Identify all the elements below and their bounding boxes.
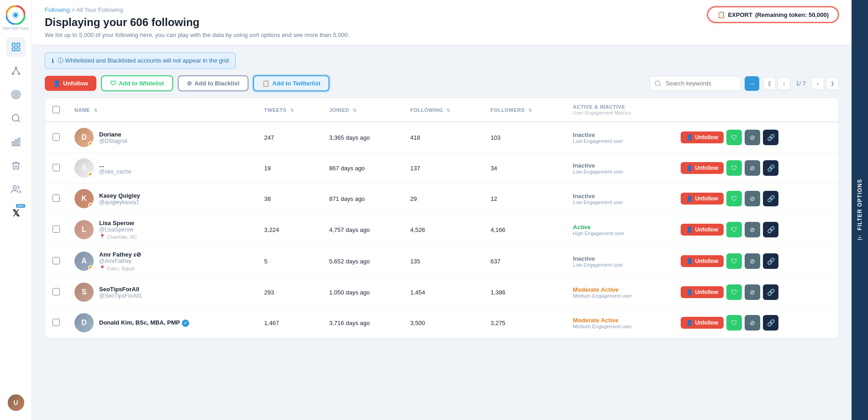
engagement-label: Low Engagement user [573, 200, 666, 205]
engagement-status: Inactive [573, 162, 666, 169]
row-whitelist-button[interactable]: 🛡 [726, 130, 742, 145]
search-icon [654, 80, 662, 87]
row-blacklist-button[interactable]: ⊘ [745, 222, 760, 237]
row-profile-link-button[interactable]: 🔗 [763, 191, 778, 206]
row-profile-link-button[interactable]: 🔗 [763, 315, 778, 331]
unfollow-button[interactable]: 👤 Unfollow [45, 76, 96, 91]
page-info: 1/ 7 [792, 80, 810, 87]
select-all-checkbox[interactable] [53, 106, 60, 113]
row-profile-link-button[interactable]: 🔗 [763, 284, 778, 300]
page-last-button[interactable]: ⟫ [826, 77, 839, 90]
engagement-label: Low Engagement user [573, 169, 666, 174]
row-whitelist-button[interactable]: 🛡 [726, 191, 742, 206]
row-whitelist-button[interactable]: 🛡 [726, 160, 742, 176]
joined-days: 5,652 days ago [329, 258, 370, 265]
table-row: D Donald Kim, BSc, MBA, PMP✓ 1,467 3,716… [45, 308, 838, 338]
user-info: Donald Kim, BSc, MBA, PMP✓ [99, 319, 189, 327]
twitterlist-label: Add to Twitterlist [272, 80, 320, 87]
sidebar-item-trash[interactable] [6, 156, 26, 176]
sidebar-item-dashboard[interactable] [6, 37, 26, 57]
row-checkbox[interactable] [53, 226, 60, 233]
row-checkbox[interactable] [53, 257, 60, 264]
row-whitelist-button[interactable]: 🛡 [726, 315, 742, 331]
th-tweets[interactable]: TWEETS ⇅ [257, 98, 322, 122]
row-whitelist-button[interactable]: 🛡 [726, 222, 742, 237]
row-profile-link-button[interactable]: 🔗 [763, 130, 778, 145]
row-profile-link-button[interactable]: 🔗 [763, 222, 778, 237]
search-input[interactable] [650, 76, 741, 91]
row-blacklist-button[interactable]: ⊘ [745, 253, 760, 269]
sidebar-item-target[interactable] [6, 84, 26, 105]
th-following[interactable]: FOLLOWING ⇅ [403, 98, 483, 122]
blacklist-button[interactable]: ⊘ Add to Blacklist [178, 75, 249, 91]
th-followers[interactable]: FOLLOWERS ⇅ [483, 98, 566, 122]
row-unfollow-button[interactable]: 👤 Unfollow [681, 286, 724, 298]
page-first-button[interactable]: ⟪ [763, 77, 776, 90]
row-unfollow-button[interactable]: 👤 Unfollow [681, 255, 724, 267]
following-cell: 3,500 [403, 308, 483, 338]
whitelist-button[interactable]: 🛡 Add to Whitelist [101, 75, 173, 91]
row-profile-link-button[interactable]: 🔗 [763, 253, 778, 269]
row-checkbox[interactable] [53, 133, 60, 141]
user-avatar[interactable]: U [8, 394, 24, 411]
export-icon: 📋 [717, 11, 725, 18]
row-unfollow-button[interactable]: 👤 Unfollow [681, 131, 724, 143]
following-table: NAME ⇅ TWEETS ⇅ JOINED ⇅ FOLLOWING ⇅ FOL… [45, 98, 838, 338]
sidebar-item-analytics[interactable] [6, 132, 26, 152]
row-blacklist-button[interactable]: ⊘ [745, 284, 760, 300]
table-head: NAME ⇅ TWEETS ⇅ JOINED ⇅ FOLLOWING ⇅ FOL… [45, 98, 838, 122]
row-blacklist-button[interactable]: ⊘ [745, 315, 760, 331]
breadcrumb-parent[interactable]: Following [45, 6, 70, 13]
row-profile-link-button[interactable]: 🔗 [763, 160, 778, 176]
filter-options-panel[interactable]: FILTER OPTIONS [852, 0, 868, 420]
sidebar-item-users[interactable] [6, 179, 26, 200]
sidebar-item-search[interactable] [6, 108, 26, 128]
following-count: 1,454 [410, 289, 425, 296]
svg-line-11 [13, 68, 16, 73]
row-blacklist-button[interactable]: ⊘ [745, 160, 760, 176]
sidebar-item-twitter-x[interactable]: 𝕏 NEW [6, 203, 26, 223]
row-checkbox[interactable] [53, 194, 60, 202]
page-next-button[interactable]: › [811, 77, 824, 90]
search-go-button[interactable]: → [745, 76, 759, 91]
tweets-cell: 247 [257, 122, 322, 153]
export-button[interactable]: 📋 EXPORT (Remaining token: 50,000) [707, 6, 839, 23]
row-whitelist-button[interactable]: 🛡 [726, 284, 742, 300]
user-avatar-0: D [74, 128, 94, 147]
row-unfollow-icon: 👤 [686, 226, 693, 233]
row-unfollow-button[interactable]: 👤 Unfollow [681, 162, 724, 174]
joined-cell: 1,050 days ago [322, 277, 403, 308]
svg-point-16 [12, 115, 19, 121]
sidebar-item-network[interactable] [6, 61, 26, 81]
th-name[interactable]: NAME ⇅ [67, 98, 257, 122]
user-info: SeoTipsForAll @SeoTipsForAll1 [99, 286, 142, 299]
actions-cell: 👤 Unfollow 🛡 ⊘ 🔗 [673, 246, 838, 277]
page-prev-button[interactable]: ‹ [778, 77, 790, 90]
following-table-wrap: NAME ⇅ TWEETS ⇅ JOINED ⇅ FOLLOWING ⇅ FOL… [45, 98, 839, 339]
twitterlist-button[interactable]: 📋 Add to Twitterlist [253, 75, 329, 91]
row-checkbox[interactable] [53, 288, 60, 295]
whitelist-label: Add to Whitelist [119, 80, 164, 87]
svg-line-17 [18, 120, 20, 122]
following-count: 4,526 [410, 226, 425, 233]
svg-point-10 [18, 73, 20, 75]
row-blacklist-button[interactable]: ⊘ [745, 191, 760, 206]
row-checkbox[interactable] [53, 319, 60, 326]
followers-sort-icon: ⇅ [528, 108, 532, 113]
row-checkbox[interactable] [53, 164, 60, 171]
table-body: D Doriane @DStagnol 247 3,365 days ago 4… [45, 122, 838, 338]
row-whitelist-button[interactable]: 🛡 [726, 253, 742, 269]
row-unfollow-button[interactable]: 👤 Unfollow [681, 317, 724, 329]
svg-rect-20 [18, 138, 20, 146]
joined-days: 4,757 days ago [329, 226, 370, 233]
svg-line-23 [659, 85, 661, 86]
followers-count: 34 [491, 165, 497, 172]
row-unfollow-icon: 👤 [686, 289, 693, 295]
row-unfollow-button[interactable]: 👤 Unfollow [681, 193, 724, 205]
th-joined[interactable]: JOINED ⇅ [322, 98, 403, 122]
row-blacklist-button[interactable]: ⊘ [745, 130, 760, 145]
engagement-status: Inactive [573, 131, 666, 138]
row-unfollow-button[interactable]: 👤 Unfollow [681, 224, 724, 236]
row-action-buttons: 👤 Unfollow 🛡 ⊘ 🔗 [681, 253, 831, 269]
user-info: Lisa Sperow @LisaSperow 📍Charlotte, NC [99, 220, 138, 240]
